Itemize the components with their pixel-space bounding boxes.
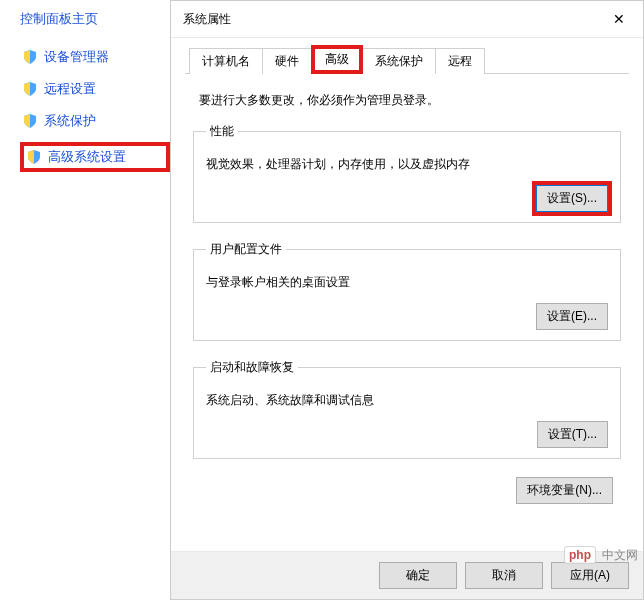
sidebar-title[interactable]: 控制面板主页 xyxy=(20,10,170,28)
performance-settings-button[interactable]: 设置(S)... xyxy=(536,185,608,212)
user-profile-settings-button[interactable]: 设置(E)... xyxy=(536,303,608,330)
user-profile-desc: 与登录帐户相关的桌面设置 xyxy=(206,274,608,291)
sidebar-item-label: 高级系统设置 xyxy=(48,148,126,166)
startup-settings-button[interactable]: 设置(T)... xyxy=(537,421,608,448)
startup-desc: 系统启动、系统故障和调试信息 xyxy=(206,392,608,409)
sidebar: 控制面板主页 设备管理器 远程设置 系统保护 高级系统设置 xyxy=(0,0,170,600)
sidebar-item-label: 设备管理器 xyxy=(44,48,109,66)
tab-hardware[interactable]: 硬件 xyxy=(262,48,312,74)
watermark-text: 中文网 xyxy=(602,547,638,564)
close-icon[interactable]: ✕ xyxy=(603,9,635,29)
system-properties-dialog: 系统属性 ✕ 计算机名 硬件 高级 系统保护 远程 要进行大多数更改，你必须作为… xyxy=(170,0,644,600)
startup-legend: 启动和故障恢复 xyxy=(206,359,298,376)
shield-icon xyxy=(22,81,38,97)
admin-note: 要进行大多数更改，你必须作为管理员登录。 xyxy=(199,92,615,109)
tabs: 计算机名 硬件 高级 系统保护 远程 xyxy=(171,38,643,74)
performance-legend: 性能 xyxy=(206,123,238,140)
sidebar-item-label: 系统保护 xyxy=(44,112,96,130)
shield-icon xyxy=(26,149,42,165)
sidebar-item-label: 远程设置 xyxy=(44,80,96,98)
performance-group: 性能 视觉效果，处理器计划，内存使用，以及虚拟内存 设置(S)... xyxy=(193,123,621,223)
titlebar: 系统属性 ✕ xyxy=(171,1,643,38)
sidebar-item-remote-settings[interactable]: 远程设置 xyxy=(20,78,170,100)
cancel-button[interactable]: 取消 xyxy=(465,562,543,589)
dialog-title: 系统属性 xyxy=(183,11,231,28)
dialog-body: 要进行大多数更改，你必须作为管理员登录。 性能 视觉效果，处理器计划，内存使用，… xyxy=(185,73,629,551)
tab-computer-name[interactable]: 计算机名 xyxy=(189,48,263,74)
environment-variables-button[interactable]: 环境变量(N)... xyxy=(516,477,613,504)
watermark-logo: php xyxy=(564,546,596,564)
apply-button[interactable]: 应用(A) xyxy=(551,562,629,589)
tab-advanced[interactable]: 高级 xyxy=(311,45,363,74)
watermark: php 中文网 xyxy=(564,546,638,564)
tab-system-protection[interactable]: 系统保护 xyxy=(362,48,436,74)
ok-button[interactable]: 确定 xyxy=(379,562,457,589)
tab-remote[interactable]: 远程 xyxy=(435,48,485,74)
shield-icon xyxy=(22,49,38,65)
sidebar-item-device-manager[interactable]: 设备管理器 xyxy=(20,46,170,68)
shield-icon xyxy=(22,113,38,129)
user-profile-legend: 用户配置文件 xyxy=(206,241,286,258)
sidebar-item-system-protection[interactable]: 系统保护 xyxy=(20,110,170,132)
startup-group: 启动和故障恢复 系统启动、系统故障和调试信息 设置(T)... xyxy=(193,359,621,459)
performance-desc: 视觉效果，处理器计划，内存使用，以及虚拟内存 xyxy=(206,156,608,173)
sidebar-item-advanced-settings[interactable]: 高级系统设置 xyxy=(20,142,170,172)
user-profile-group: 用户配置文件 与登录帐户相关的桌面设置 设置(E)... xyxy=(193,241,621,341)
